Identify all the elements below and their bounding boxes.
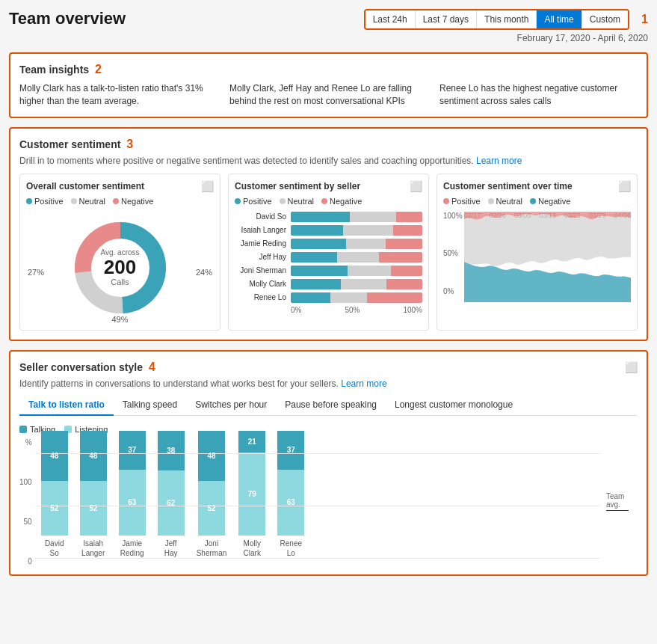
step-1: 1 [641, 13, 648, 26]
stacked-bar: 48 52 [80, 431, 107, 536]
export-icon-seller[interactable]: ⬜ [410, 180, 422, 192]
filter-last-24h[interactable]: Last 24h [365, 10, 416, 28]
sentiment-learn-more[interactable]: Learn more [476, 156, 522, 166]
seller-name: Jeff Hay [235, 253, 291, 261]
seller-bar-label: JamieReding [120, 539, 144, 558]
bar-neutral [346, 239, 386, 249]
bar-negative [386, 239, 422, 249]
bar-positive [291, 225, 343, 236]
tab-switches[interactable]: Switches per hour [186, 395, 276, 416]
bar-neutral [330, 292, 367, 303]
export-icon-overtime[interactable]: ⬜ [618, 180, 631, 192]
ot-legend-positive: Positive [443, 197, 481, 206]
donut-pct-right: 24% [196, 268, 212, 277]
tab-pause[interactable]: Pause before speaking [276, 395, 386, 416]
seller-bar-label: JeffHay [164, 539, 178, 558]
overtime-chart-title-row: Customer sentiment over time ⬜ [443, 180, 631, 192]
filter-this-month[interactable]: This month [477, 10, 537, 28]
date-range: February 17, 2020 - April 6, 2020 [517, 33, 648, 43]
bar-bottom-listening: 52 [41, 481, 68, 536]
seller-bar-row: Jamie Reding [235, 239, 422, 249]
team-insights-title: Team insights 2 [19, 63, 638, 76]
team-insights-section: Team insights 2 Molly Clark has a talk-t… [9, 52, 648, 118]
filter-custom[interactable]: Custom [582, 10, 628, 28]
bar-neutral [337, 252, 379, 263]
bar-bottom-listening: 62 [158, 470, 185, 536]
conv-tabs: Talk to listen ratio Talking speed Switc… [19, 395, 638, 416]
conv-description: Identify patterns in conversations to un… [19, 378, 638, 389]
export-icon-overall[interactable]: ⬜ [201, 180, 214, 192]
legend-neutral: Neutral [71, 197, 105, 206]
stacked-bar: 48 52 [41, 431, 68, 536]
header-controls: Last 24h Last 7 days This month All time… [364, 9, 648, 43]
time-filter-group: Last 24h Last 7 days This month All time… [364, 9, 629, 30]
bar-top-talking: 48 [80, 431, 107, 481]
customer-sentiment-title: Customer sentiment 3 [19, 138, 638, 151]
seller-name: Isaiah Langer [235, 226, 291, 234]
bar-neutral [343, 225, 393, 236]
seller-bar-row: Jeff Hay [235, 252, 422, 263]
step-2: 2 [95, 63, 102, 76]
bar-positive [291, 266, 348, 276]
tab-monologue[interactable]: Longest customer monologue [386, 395, 522, 416]
y-0: 0 [28, 557, 32, 565]
tab-talk-listen[interactable]: Talk to listen ratio [19, 395, 114, 416]
seller-chart-title: Customer sentiment by seller [235, 181, 360, 191]
grid-50 [35, 506, 600, 506]
bar-top-talking: 21 [238, 431, 265, 453]
bar-neutral [341, 279, 387, 289]
area-y-labels: 100% 50% 0% [443, 212, 463, 295]
insight-item-3: Renee Lo has the highest negative custom… [439, 82, 638, 108]
y-100: 100 [19, 478, 32, 486]
bar-negative [379, 252, 422, 263]
bar-positive [291, 239, 346, 249]
sentiment-description: Drill in to moments where positive or ne… [19, 156, 638, 166]
page-header: Team overview Last 24h Last 7 days This … [9, 9, 648, 43]
bar-top-talking: 38 [158, 431, 185, 470]
bar-track [291, 212, 422, 222]
overall-chart-title-row: Overall customer sentiment ⬜ [26, 180, 214, 192]
team-avg-label: Team avg. [600, 438, 638, 565]
filter-all-time[interactable]: All time [537, 10, 582, 28]
donut-pct-bottom: 49% [111, 315, 128, 324]
tab-talking-speed[interactable]: Talking speed [114, 395, 186, 416]
insight-item-1: Molly Clark has a talk-to-listen ratio t… [19, 82, 218, 108]
seller-bar-row: Renee Lo [235, 292, 422, 303]
seller-bar-label: MollyClark [244, 539, 261, 558]
customer-sentiment-section: Customer sentiment 3 Drill in to moments… [9, 127, 648, 341]
seller-bar-label: DavidSo [45, 539, 64, 558]
bar-track [291, 225, 422, 236]
seller-bar-label: ReneeLo [280, 539, 302, 558]
seller-bar-col: 37 63 ReneeLo [277, 431, 304, 558]
seller-name: Renee Lo [235, 293, 291, 301]
bar-bottom-listening: 52 [80, 481, 107, 536]
bar-top-talking: 37 [277, 431, 304, 470]
bar-negative [393, 225, 422, 236]
bar-negative [396, 212, 422, 222]
seller-bar-x-labels: 0% 50% 100% [235, 306, 422, 314]
seller-bar-label: JoniSherman [197, 539, 227, 558]
seller-legend-neutral: Neutral [280, 197, 314, 206]
bar-chart-container: % 100 50 0 48 52 DavidSo 48 52 [19, 438, 638, 565]
export-icon-conv[interactable]: ⬜ [625, 361, 638, 373]
donut-pct-left: 27% [28, 268, 44, 277]
stacked-bar: 38 62 [158, 431, 185, 536]
bar-negative [386, 279, 422, 289]
seller-bars-container: David So Isaiah Langer Jamie Reding Jeff… [235, 212, 422, 303]
step-4: 4 [149, 361, 155, 374]
bar-bottom-listening: 52 [198, 481, 225, 536]
conversation-style-section: Seller conversation style 4 ⬜ Identify p… [9, 350, 648, 576]
seller-legend: Positive Neutral Negative [235, 197, 422, 206]
area-svg [464, 212, 631, 303]
overtime-legend: Positive Neutral Negative [443, 197, 631, 206]
legend-negative: Negative [113, 197, 153, 206]
bar-bottom-listening: 63 [119, 470, 146, 536]
donut-center-text: Avg. across 200 Calls [100, 248, 139, 287]
stacked-bar: 21 79 [238, 431, 265, 536]
conv-learn-more[interactable]: Learn more [341, 378, 386, 389]
seller-bar-col: 21 79 MollyClark [238, 431, 265, 558]
seller-bar-col: 48 52 DavidSo [41, 431, 68, 558]
filter-last-7-days[interactable]: Last 7 days [416, 10, 477, 28]
y-axis-pct: % [25, 438, 32, 447]
bar-bottom-listening: 79 [238, 453, 265, 536]
